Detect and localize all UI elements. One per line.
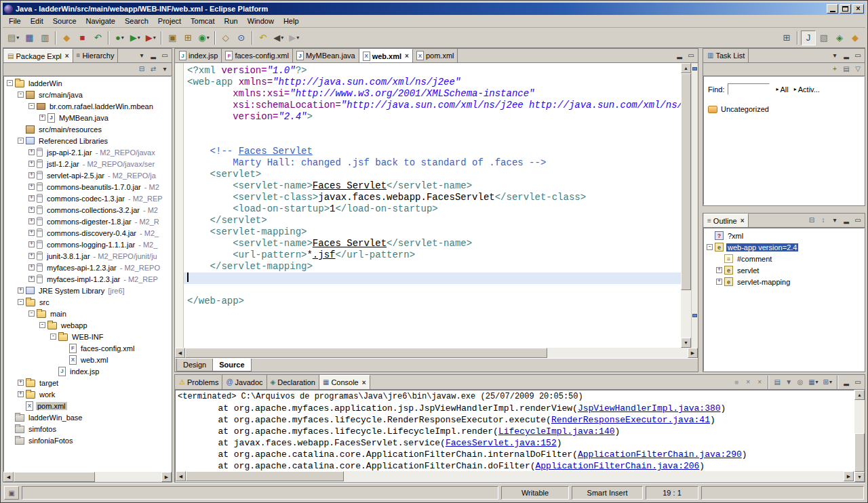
tab-problems[interactable]: ⚠Problems — [176, 375, 222, 389]
minimize-button[interactable] — [827, 4, 838, 14]
collapse-expander-icon[interactable]: - — [18, 138, 24, 144]
tree-item-simfotos[interactable]: simfotos — [4, 423, 171, 435]
hscroll-thumb[interactable] — [186, 471, 344, 481]
close-tab-icon[interactable]: × — [65, 52, 69, 60]
expand-expander-icon[interactable]: + — [28, 276, 35, 282]
find-input[interactable] — [728, 83, 770, 95]
close-tab-icon[interactable]: × — [405, 52, 409, 60]
maximize-view-button[interactable]: ▭ — [686, 50, 696, 62]
console-hyperlink[interactable]: ApplicationFilterChain.java:206 — [536, 461, 700, 471]
tomcat-start-button[interactable]: ◆ — [59, 31, 74, 45]
expand-expander-icon[interactable]: + — [18, 287, 24, 294]
package-explorer-hscrollbar[interactable]: ◀ ▶ — [3, 472, 172, 482]
tree-item-referenced-libraries[interactable]: -Referenced Libraries — [4, 135, 171, 146]
expand-expander-icon[interactable]: + — [28, 253, 35, 259]
editor-tab-web-xml[interactable]: web.xml× — [359, 49, 413, 62]
minimize-view-button[interactable]: ▂ — [841, 215, 852, 226]
vscroll-track[interactable] — [854, 400, 865, 472]
remove-launch-button[interactable]: × — [743, 376, 753, 388]
search-button[interactable]: ⊙ — [234, 31, 249, 45]
fast-view-button[interactable]: ▣ — [4, 486, 19, 500]
editor-vscrollbar[interactable]: ▲ ▼ — [681, 63, 691, 348]
remove-all-launches-button[interactable]: × — [754, 376, 765, 388]
collapse-expander-icon[interactable]: - — [7, 80, 13, 86]
maximize-view-button[interactable]: ▭ — [159, 50, 170, 62]
console-hyperlink[interactable]: RenderResponseExecutor.java:41 — [551, 415, 710, 425]
maximize-view-button[interactable]: ▭ — [852, 50, 863, 62]
tab-declaration[interactable]: ◈Declaration — [267, 375, 319, 389]
tree-item-commons-logging-1-1-1-jar[interactable]: +commons-logging-1.1.1.jar- M2_ — [4, 239, 171, 250]
menu-tomcat[interactable]: Tomcat — [186, 16, 219, 26]
console-hyperlink[interactable]: FacesServlet.java:152 — [446, 438, 557, 448]
console-vscrollbar[interactable]: ▲ ▼ — [854, 390, 865, 482]
expand-expander-icon[interactable]: + — [28, 230, 35, 236]
forward-button[interactable]: ▶▾ — [287, 31, 302, 45]
task-list-item[interactable]: Uncategorized — [708, 103, 860, 115]
overview-ruler[interactable] — [691, 63, 698, 348]
open-perspective-button[interactable]: ⊞ — [779, 31, 794, 45]
task-filters-button[interactable]: ▽ — [852, 64, 863, 75]
vscroll-thumb[interactable] — [854, 433, 865, 472]
new-java-project-button[interactable]: ▣ — [165, 31, 180, 45]
tree-item-main[interactable]: -main — [4, 308, 171, 319]
tree-item-commons-discovery-0-4-jar[interactable]: +commons-discovery-0.4.jar- M2_ — [4, 227, 171, 239]
scroll-down-icon[interactable]: ▼ — [681, 338, 691, 348]
tree-item-myfaces-api-1-2-3-jar[interactable]: +myfaces-api-1.2.3.jar- M2_REPO — [4, 262, 171, 273]
outline-tree[interactable]: ?xml-web-app version=2.4#comment+servlet… — [703, 228, 865, 371]
menu-navigate[interactable]: Navigate — [81, 16, 120, 26]
run-external-tools-button[interactable]: ▶▾ — [143, 31, 158, 45]
save-button[interactable]: ▦ — [22, 31, 37, 45]
cursor-line-marker[interactable] — [692, 314, 697, 317]
tab-console[interactable]: ▦Console× — [319, 375, 370, 389]
tree-item-mymbean-java[interactable]: +MyMBean.java — [4, 112, 171, 123]
tomcat-perspective-button[interactable]: ◆ — [848, 31, 863, 45]
expand-expander-icon[interactable]: + — [28, 264, 35, 270]
menu-project[interactable]: Project — [153, 16, 186, 26]
menu-edit[interactable]: Edit — [26, 16, 48, 26]
hscroll-thumb[interactable] — [14, 472, 95, 482]
collapse-expander-icon[interactable]: - — [50, 334, 56, 340]
scroll-up-icon[interactable]: ▲ — [854, 390, 865, 400]
debug-button[interactable]: ●▾ — [112, 31, 127, 45]
collapse-expander-icon[interactable]: - — [18, 92, 24, 98]
outline-item-comment[interactable]: #comment — [704, 253, 864, 264]
display-selected-console-button[interactable]: ▦▾ — [806, 376, 820, 388]
collapse-expander-icon[interactable]: - — [18, 299, 24, 305]
run-button[interactable]: ▶▾ — [127, 31, 142, 45]
scroll-down-icon[interactable]: ▼ — [854, 472, 865, 482]
outline-item-xml[interactable]: ?xml — [704, 230, 864, 241]
collapse-expander-icon[interactable]: - — [28, 310, 35, 317]
outline-item-servlet-mapping[interactable]: +servlet-mapping — [704, 276, 864, 287]
hscroll-track[interactable] — [186, 471, 844, 481]
hscroll-thumb[interactable] — [185, 348, 547, 358]
tab-javadoc[interactable]: @Javadoc — [222, 375, 267, 389]
tree-item-target[interactable]: +target — [4, 377, 171, 388]
editor-tab-faces-config-xml[interactable]: faces-config.xml — [222, 49, 292, 62]
menu-search[interactable]: Search — [120, 16, 153, 26]
hscroll-track[interactable] — [14, 472, 161, 482]
tree-item-jre-system-library[interactable]: +JRE System Library[jre6] — [4, 285, 171, 296]
expand-expander-icon[interactable]: + — [716, 279, 722, 285]
console-hyperlink[interactable]: LifecycleImpl.java:140 — [498, 426, 615, 437]
terminate-button[interactable]: ■ — [731, 376, 742, 388]
tab-task-list[interactable]: ▥Task List — [704, 49, 749, 62]
tree-item-commons-digester-1-8-jar[interactable]: +commons-digester-1.8.jar- M2_R — [4, 216, 171, 227]
expand-expander-icon[interactable]: + — [28, 241, 35, 247]
menu-window[interactable]: Window — [243, 16, 279, 26]
new-java-package-button[interactable]: ⊞ — [180, 31, 195, 45]
open-type-button[interactable]: ◇ — [218, 31, 233, 45]
tree-item-ladderwin-base[interactable]: ladderWin_base — [4, 411, 171, 423]
annotation-marker[interactable] — [692, 67, 697, 71]
minimize-view-button[interactable]: ▂ — [148, 50, 159, 62]
tomcat-restart-button[interactable]: ↶ — [90, 31, 105, 45]
open-console-button[interactable]: ⊞▾ — [821, 376, 834, 388]
menu-run[interactable]: Run — [220, 16, 243, 26]
tree-item-src-main-java[interactable]: -src/main/java — [4, 89, 171, 100]
collapse-all-button[interactable]: ⊟ — [136, 64, 147, 75]
maximize-button[interactable] — [840, 4, 851, 14]
debug-perspective-button[interactable]: ◈ — [832, 31, 847, 45]
tree-item-myfaces-impl-1-2-3-jar[interactable]: +myfaces-impl-1.2.3.jar- M2_REP — [4, 273, 171, 285]
scroll-lock-button[interactable]: ▼ — [783, 376, 794, 388]
outline-item-servlet[interactable]: +servlet — [704, 264, 864, 276]
expand-expander-icon[interactable]: + — [28, 218, 35, 224]
